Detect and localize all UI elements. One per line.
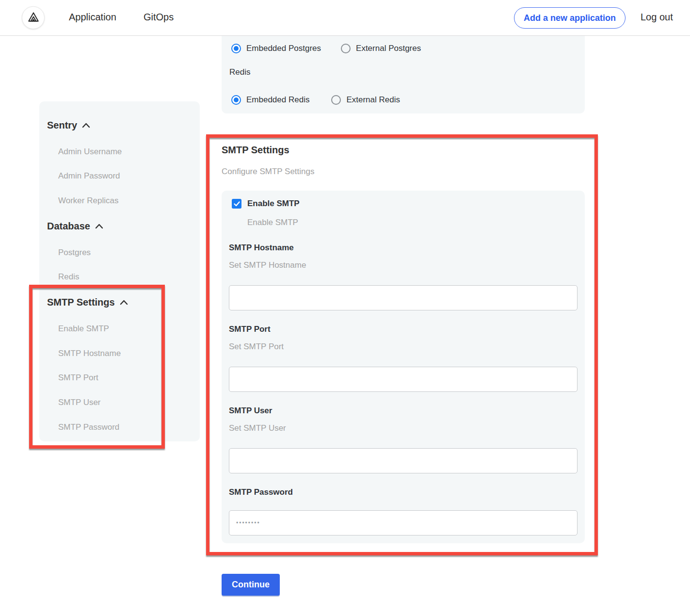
logout-link[interactable]: Log out (641, 12, 673, 23)
radio-embedded-redis[interactable]: Embedded Redis (231, 95, 309, 105)
chevron-up-icon (120, 300, 128, 305)
enable-smtp-label: Enable SMTP (247, 199, 300, 209)
redis-radio-group: Embedded Redis External Redis (231, 95, 400, 105)
smtp-password-input[interactable] (229, 510, 578, 535)
chevron-up-icon (82, 123, 90, 128)
smtp-section-title: SMTP Settings (222, 144, 289, 156)
sidebar-group-database[interactable]: Database (47, 220, 103, 232)
enable-smtp-helper: Enable SMTP (247, 218, 298, 227)
smtp-user-input[interactable] (229, 448, 578, 473)
redis-group-label: Redis (229, 67, 250, 77)
navbar: Application GitOps Add a new application… (0, 0, 690, 36)
radio-label: External Postgres (356, 44, 421, 53)
sidebar-item-smtp-hostname[interactable]: SMTP Hostname (58, 349, 121, 358)
smtp-hostname-input[interactable] (229, 285, 578, 310)
smtp-password-label: SMTP Password (229, 487, 293, 497)
smtp-port-label: SMTP Port (229, 324, 271, 334)
sidebar-item-smtp-user[interactable]: SMTP User (58, 398, 101, 407)
sentry-logo-icon (27, 11, 40, 25)
sidebar-item-smtp-port[interactable]: SMTP Port (58, 373, 98, 383)
sidebar-item-postgres[interactable]: Postgres (58, 248, 91, 258)
smtp-port-input[interactable] (229, 367, 578, 392)
radio-external-redis[interactable]: External Redis (331, 95, 400, 105)
radio-label: Embedded Redis (246, 95, 309, 105)
smtp-settings-panel: Enable SMTP Enable SMTP SMTP Hostname Se… (222, 191, 585, 543)
radio-external-postgres[interactable]: External Postgres (341, 44, 421, 53)
sidebar-item-admin-password[interactable]: Admin Password (58, 171, 120, 181)
smtp-user-label: SMTP User (229, 406, 272, 416)
sidebar-item-worker-replicas[interactable]: Worker Replicas (58, 196, 118, 206)
radio-unselected-icon (341, 44, 351, 53)
smtp-port-helper: Set SMTP Port (229, 342, 284, 352)
smtp-hostname-label: SMTP Hostname (229, 243, 294, 253)
sidebar-group-title: SMTP Settings (47, 296, 115, 308)
sidebar-group-sentry[interactable]: Sentry (47, 119, 90, 131)
radio-selected-icon (231, 44, 241, 53)
postgres-radio-group: Embedded Postgres External Postgres (231, 44, 421, 53)
smtp-user-helper: Set SMTP User (229, 423, 286, 433)
add-application-button[interactable]: Add a new application (514, 7, 626, 29)
sidebar-item-smtp-password[interactable]: SMTP Password (58, 422, 119, 432)
radio-selected-icon (231, 95, 241, 105)
continue-button[interactable]: Continue (222, 574, 280, 596)
nav-link-application[interactable]: Application (69, 12, 116, 23)
sidebar-group-title: Database (47, 220, 90, 232)
sidebar-item-enable-smtp[interactable]: Enable SMTP (58, 324, 109, 334)
radio-label: External Redis (346, 95, 400, 105)
smtp-section-subtitle: Configure SMTP Settings (222, 167, 315, 177)
check-icon (234, 201, 240, 207)
radio-embedded-postgres[interactable]: Embedded Postgres (231, 44, 321, 53)
app-logo[interactable] (22, 6, 45, 29)
enable-smtp-checkbox[interactable] (232, 199, 241, 209)
chevron-up-icon (95, 224, 103, 229)
sidebar-group-smtp-settings[interactable]: SMTP Settings (47, 296, 128, 308)
smtp-hostname-helper: Set SMTP Hostname (229, 260, 306, 270)
sidebar-item-redis[interactable]: Redis (58, 272, 79, 282)
sidebar-group-title: Sentry (47, 119, 77, 131)
nav-link-gitops[interactable]: GitOps (144, 12, 174, 23)
enable-smtp-checkbox-row: Enable SMTP (232, 199, 300, 209)
sidebar-item-admin-username[interactable]: Admin Username (58, 147, 122, 157)
radio-label: Embedded Postgres (246, 44, 321, 53)
radio-unselected-icon (331, 95, 341, 105)
